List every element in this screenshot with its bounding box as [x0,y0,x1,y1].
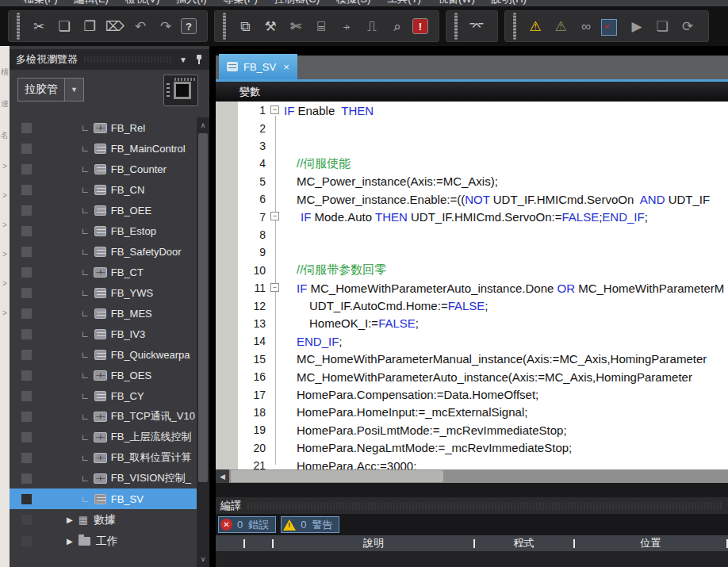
code-line[interactable]: 6MC_Power_instance.Enable:=((NOT UDT_IF.… [216,190,728,208]
expand-arrow-icon[interactable]: ▶ [67,515,73,524]
checkbox[interactable] [21,164,32,174]
checkbox[interactable] [21,432,32,442]
checkbox[interactable] [21,205,32,216]
program-check-icon[interactable]: ⌸ [311,16,331,36]
fold-collapse-icon[interactable]: − [270,105,279,114]
tree-item-FB_OES[interactable]: ∟⊣⊢FB_OES [10,365,197,385]
code-line[interactable]: 12UDT_IF.AutoCmd.Home:=FALSE; [216,297,728,314]
tree-item-FB_Quickwearpa[interactable]: ∟FB_Quickwearpa [10,344,197,365]
tab-fb-sv[interactable]: FB_SV × [219,54,297,79]
checkbox[interactable] [21,308,32,319]
checkbox[interactable] [21,370,32,381]
code-line[interactable]: 2 [216,119,728,136]
warnings-badge[interactable]: 0 警告 [281,516,339,533]
code-line[interactable]: 13HomeOK_I:=FALSE; [216,315,728,332]
cut-icon[interactable]: ✂ [29,16,49,36]
build-column-blank[interactable] [216,535,243,551]
checkbox[interactable] [21,515,32,525]
code-line[interactable]: 20HomePara.NegaLmtMode:=_mcRevImmediateS… [216,439,728,457]
monitor-glasses-icon[interactable]: ∞ [576,16,596,36]
tree-item-FB_MES[interactable]: ∟FB_MES [10,303,197,324]
tree-item-FB_MainControl[interactable]: ∟FB_MainControl [10,138,197,159]
scroll-down-icon[interactable]: ∨ [197,553,209,565]
online-edit-icon[interactable]: ⌤ [466,16,487,36]
menu-item[interactable]: 說明(H) [492,0,527,6]
checkbox[interactable] [21,391,32,401]
menu-item[interactable]: 編輯(E) [75,0,109,6]
build-column-說明[interactable]: 說明 [274,535,473,551]
checkbox[interactable] [21,473,32,484]
checkbox[interactable] [21,412,32,422]
checkbox[interactable] [21,144,32,154]
code-line[interactable]: 15MC_HomeWithParameterManual_instance(Ax… [216,351,728,368]
scrollbar-thumb[interactable] [198,133,208,482]
sync-icon[interactable]: ⟳ [677,16,698,36]
errors-badge[interactable]: ✕ 0 錯誤 [218,516,276,533]
st-code-editor[interactable]: 1−IF Enable THEN234//伺服使能5MC_Power_insta… [216,102,728,469]
tree-item-FB_VISION控制_[interactable]: ∟⊣⊢FB_VISION控制_ [10,468,197,488]
tree-item-FB_TCP通讯_V10[interactable]: ∟⊣⊢FB_TCP通讯_V10 [10,406,197,427]
tree-item-FB_Counter[interactable]: ∟FB_Counter [10,159,197,179]
tree-item-FB_IV3[interactable]: ∟FB_IV3 [10,324,197,344]
tree-group-工作[interactable]: ▶工作 [10,531,197,552]
code-line[interactable]: 17HomePara.Compensation:=Data.HomeOffset… [216,385,728,403]
tree-item-FB_CN[interactable]: ∟FB_CN [10,179,197,200]
scroll-left-icon[interactable]: ◀ [216,469,229,483]
build-column-blank[interactable] [245,535,273,551]
fold-collapse-icon[interactable]: − [270,283,279,292]
tree-item-FB_SafetyDoor[interactable]: ∟FB_SafetyDoor [10,241,197,262]
chevron-down-icon[interactable]: ▼ [179,56,187,64]
toolbar-grip[interactable] [454,13,458,40]
redo-icon[interactable]: ↷ [155,16,176,36]
tree-item-FB_SV[interactable]: ∟FB_SV [10,488,197,509]
help-doc-icon[interactable]: ? [181,18,197,34]
code-line[interactable]: 4//伺服使能 [216,155,728,172]
transfer-icon[interactable]: ❏ [652,16,672,36]
compile-hammer-icon[interactable]: ⚒ [260,16,281,36]
tree-group-數據[interactable]: ▶▦數據 [10,509,197,531]
go-online-icon[interactable]: ⚠ [525,16,546,36]
checkbox[interactable] [21,226,32,236]
build-column-程式[interactable]: 程式 [475,535,573,551]
menu-item[interactable]: 工具(T) [387,0,421,6]
menu-item[interactable]: 專案(P) [224,0,258,6]
stop-monitor-icon[interactable]: ∞✕ [601,16,622,36]
menu-item[interactable]: 檢視(V) [125,0,159,6]
scrollbar-thumb[interactable] [231,470,443,482]
tree-item-FB_OEE[interactable]: ∟FB_OEE [10,200,197,220]
execute-icon[interactable]: ▶ [626,16,647,36]
build-window-icon[interactable]: ⧉ [235,16,255,36]
tree-item-FB_Estop[interactable]: ∟FB_Estop [10,220,197,241]
checkbox[interactable] [21,350,32,360]
search-binoculars-icon[interactable]: ⌕ [387,16,408,36]
expand-arrow-icon[interactable]: ▶ [67,537,73,546]
tree-item-FB_YWS[interactable]: ∟FB_YWS [10,282,197,303]
go-offline-icon[interactable]: ⚠ [550,16,571,36]
horizontal-scrollbar[interactable]: ◀ [216,469,728,483]
delete-icon[interactable]: ⌦ [105,16,125,36]
variables-bar[interactable]: 變數 [216,82,728,102]
menu-item[interactable]: 插入(I) [176,0,206,6]
copy-icon[interactable]: ❏ [54,16,75,36]
pin-icon[interactable] [195,54,203,65]
menu-item[interactable]: 檔案(F) [24,0,58,6]
scroll-up-icon[interactable]: ∧ [197,119,209,132]
checkbox[interactable] [21,123,32,133]
code-line[interactable]: 18HomePara.HomeInput:=_mcExternalSignal; [216,404,728,421]
checkbox[interactable] [21,185,32,195]
menu-item[interactable]: 模擬(S) [336,0,370,6]
build-column-位置[interactable]: 位置 [575,535,727,551]
checkbox[interactable] [21,329,32,339]
toolbar-grip[interactable] [223,13,226,40]
code-line[interactable]: 9 [216,243,728,261]
checkbox[interactable] [21,267,32,278]
toolbar-grip[interactable] [17,13,20,40]
checkbox[interactable] [21,453,32,463]
code-line[interactable]: 21HomePara.Acc:=3000; [216,457,728,469]
tree-item-FB_取料位置计算[interactable]: ∟⊣⊢FB_取料位置计算 [10,447,197,468]
code-line[interactable]: 7−IF Mode.Auto THEN UDT_IF.HMICmd.ServoO… [216,208,728,225]
code-line[interactable]: 19HomePara.PosiLmtMode:=_mcRevImmediateS… [216,421,728,439]
close-icon[interactable]: × [283,61,289,73]
device-selector[interactable]: 拉胶管 ▼ [17,78,84,102]
waveform-check-icon[interactable]: ⎍ [362,16,382,36]
